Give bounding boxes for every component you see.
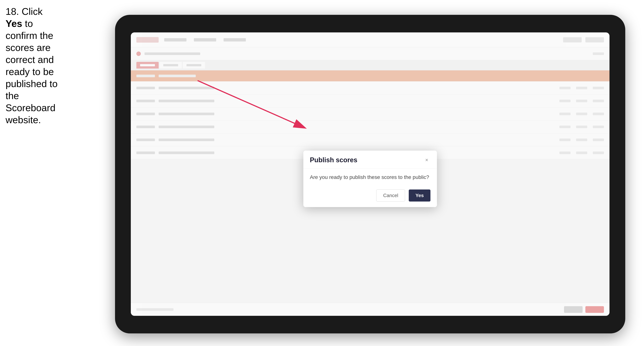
tablet-screen: Publish scores × Are you ready to publis… — [131, 32, 610, 316]
modal-title: Publish scores — [310, 156, 357, 164]
modal-overlay: Publish scores × Are you ready to publis… — [131, 32, 610, 316]
cancel-button[interactable]: Cancel — [376, 189, 405, 201]
modal-close-button[interactable]: × — [423, 156, 430, 164]
modal-body: Are you ready to publish these scores to… — [303, 169, 437, 186]
publish-scores-modal: Publish scores × Are you ready to publis… — [303, 151, 437, 207]
step-number: 18. — [6, 6, 19, 17]
instruction-before-bold: Click — [22, 6, 43, 17]
modal-header: Publish scores × — [303, 151, 437, 169]
yes-button[interactable]: Yes — [409, 189, 430, 201]
tablet-device: Publish scores × Are you ready to publis… — [115, 15, 625, 334]
modal-message: Are you ready to publish these scores to… — [310, 174, 430, 180]
instruction-after-bold: to confirm the scores are correct and re… — [6, 18, 58, 125]
modal-footer: Cancel Yes — [303, 186, 437, 207]
instruction-text: 18. Click Yes to confirm the scores are … — [6, 5, 59, 126]
bold-word: Yes — [6, 18, 22, 29]
